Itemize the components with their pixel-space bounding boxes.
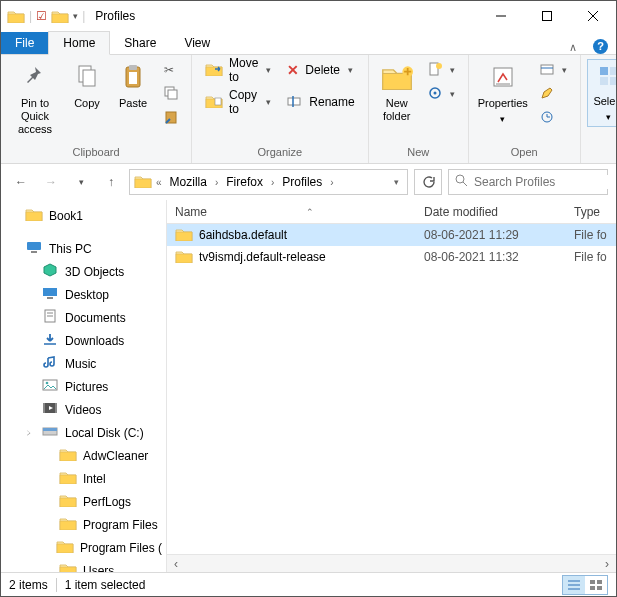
scroll-right-icon[interactable]: › [598,557,616,571]
qat-dropdown-icon[interactable]: ▾ [73,11,78,21]
back-button[interactable]: ← [9,170,33,194]
breadcrumb-item[interactable]: Profiles [278,175,326,189]
desktop-icon [41,286,59,303]
folder-icon [59,562,77,572]
table-row[interactable]: 6aihdsba.default08-06-2021 11:29File fo [167,224,616,246]
tree-label: AdwCleaner [83,449,148,463]
paste-button[interactable]: Paste [111,59,155,115]
copy-path-button[interactable] [157,83,185,105]
this-pc-icon [25,240,43,257]
tree-item[interactable]: Intel [1,467,166,490]
tree-label: Videos [65,403,101,417]
rename-button[interactable]: Rename [280,91,361,113]
copy-to-button[interactable]: Copy to▾ [198,91,278,113]
address-bar[interactable]: « Mozilla › Firefox › Profiles › ▾ [129,169,408,195]
easy-access-button[interactable]: ▾ [421,83,462,105]
search-box[interactable] [448,169,608,195]
column-name[interactable]: Name⌃ [167,205,416,219]
file-name: tv9ismdj.default-release [199,250,326,264]
group-label-new: New [407,143,429,161]
address-dropdown-icon[interactable]: ▾ [390,177,403,187]
tree-item-quick-book1[interactable]: Book1 [1,204,166,227]
scroll-left-icon[interactable]: ‹ [167,557,185,571]
svg-point-39 [46,382,49,385]
rows-container[interactable]: 6aihdsba.default08-06-2021 11:29File fot… [167,224,616,554]
group-new: New folder ▾ ▾ New [369,55,469,163]
breadcrumb-item[interactable]: Firefox [222,175,267,189]
breadcrumb-item[interactable]: Mozilla [166,175,211,189]
chevron-right-icon[interactable]: « [154,177,164,188]
refresh-button[interactable] [414,169,442,195]
horizontal-scrollbar[interactable]: ‹ › [167,554,616,572]
chevron-right-icon[interactable]: › [328,177,335,188]
up-button[interactable]: ↑ [99,170,123,194]
close-button[interactable] [570,1,616,31]
search-input[interactable] [474,175,617,189]
svg-rect-30 [27,242,41,250]
details-view-button[interactable] [563,576,585,594]
table-row[interactable]: tv9ismdj.default-release08-06-2021 11:32… [167,246,616,268]
tab-home[interactable]: Home [48,31,110,55]
tree-label: Pictures [65,380,108,394]
thumbnails-view-button[interactable] [585,576,607,594]
tab-share[interactable]: Share [110,32,170,54]
qat-properties-icon[interactable]: ☑ [36,9,47,23]
tree-item[interactable]: PerfLogs [1,490,166,513]
column-date[interactable]: Date modified [416,205,566,219]
chevron-right-icon[interactable]: › [213,177,220,188]
tree-item[interactable]: Downloads [1,329,166,352]
paste-shortcut-button[interactable] [157,107,185,129]
chevron-right-icon[interactable]: › [269,177,276,188]
tree-item[interactable]: Users [1,559,166,572]
pin-quick-access-button[interactable]: Pin to Quick access [7,59,63,141]
app-icon [7,9,25,23]
copy-to-icon [205,94,223,111]
properties-button[interactable]: Properties ▾ [475,59,531,129]
tree-item[interactable]: Documents [1,306,166,329]
select-button[interactable]: Select ▾ [587,59,617,127]
cut-button[interactable]: ✂ [157,59,185,81]
move-to-button[interactable]: Move to▾ [198,59,278,81]
3d-icon [41,263,59,280]
window-title: Profiles [91,9,478,23]
tree-item[interactable]: Pictures [1,375,166,398]
group-open: Properties ▾ ▾ Open [469,55,581,163]
new-item-button[interactable]: ▾ [421,59,462,81]
svg-rect-8 [129,72,137,84]
open-button[interactable]: ▾ [533,59,574,81]
copy-button[interactable]: Copy [65,59,109,115]
navigation-pane[interactable]: Book1 This PC 3D ObjectsDesktopDocuments… [1,200,167,572]
forward-button[interactable]: → [39,170,63,194]
maximize-button[interactable] [524,1,570,31]
column-type[interactable]: Type [566,205,616,219]
tree-item[interactable]: Program Files ( [1,536,166,559]
history-button[interactable] [533,107,574,129]
edit-button[interactable] [533,83,574,105]
qat-newfolder-icon[interactable] [51,9,69,23]
expand-icon[interactable]: ﹥ [23,426,35,440]
tree-item[interactable]: ﹥Local Disk (C:) [1,421,166,444]
tree-item[interactable]: Music [1,352,166,375]
new-folder-button[interactable]: New folder [375,59,419,128]
tree-item-this-pc[interactable]: This PC [1,237,166,260]
new-item-icon [428,62,442,79]
tree-item[interactable]: 3D Objects [1,260,166,283]
status-selected: 1 item selected [65,578,146,592]
tab-file[interactable]: File [1,32,48,54]
delete-button[interactable]: ✕ Delete▾ [280,59,361,81]
docs-icon [41,309,59,326]
tree-item[interactable]: AdwCleaner [1,444,166,467]
pictures-icon [41,378,59,395]
tree-item[interactable]: Desktop [1,283,166,306]
tree-item[interactable]: Videos [1,398,166,421]
help-button[interactable]: ? [585,39,616,54]
recent-locations-button[interactable]: ▾ [69,170,93,194]
tree-item[interactable]: Program Files [1,513,166,536]
svg-rect-41 [43,403,45,413]
ribbon-collapse-icon[interactable]: ∧ [561,41,585,54]
qat-divider: | [29,9,32,23]
tab-view[interactable]: View [170,32,224,54]
svg-rect-42 [55,403,57,413]
minimize-button[interactable] [478,1,524,31]
file-date: 08-06-2021 11:32 [416,250,566,264]
